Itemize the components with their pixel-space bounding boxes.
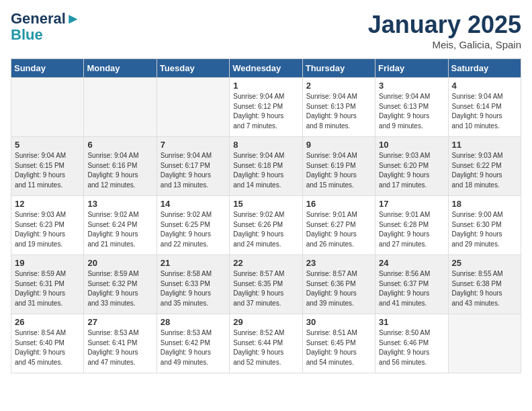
calendar-cell: 18Sunrise: 9:00 AM Sunset: 6:30 PM Dayli… [448,196,521,255]
day-info: Sunrise: 9:04 AM Sunset: 6:14 PM Dayligh… [452,92,517,131]
calendar-cell: 4Sunrise: 9:04 AM Sunset: 6:14 PM Daylig… [448,78,521,137]
day-info: Sunrise: 9:04 AM Sunset: 6:13 PM Dayligh… [306,92,371,131]
day-number: 24 [379,258,444,268]
day-info: Sunrise: 9:02 AM Sunset: 6:26 PM Dayligh… [233,210,298,249]
day-info: Sunrise: 8:57 AM Sunset: 6:35 PM Dayligh… [233,269,298,308]
month-title: January 2025 [368,11,521,39]
day-info: Sunrise: 9:03 AM Sunset: 6:23 PM Dayligh… [15,210,80,249]
day-number: 5 [15,140,80,150]
day-number: 11 [452,140,517,150]
day-number: 28 [161,317,226,327]
day-info: Sunrise: 8:58 AM Sunset: 6:33 PM Dayligh… [161,269,226,308]
day-info: Sunrise: 8:53 AM Sunset: 6:42 PM Dayligh… [161,328,226,367]
day-number: 15 [233,199,298,209]
day-of-week-header: Wednesday [230,59,302,78]
day-info: Sunrise: 8:53 AM Sunset: 6:41 PM Dayligh… [87,328,152,367]
calendar-cell [157,78,229,137]
day-info: Sunrise: 9:00 AM Sunset: 6:30 PM Dayligh… [452,210,517,249]
day-info: Sunrise: 8:59 AM Sunset: 6:31 PM Dayligh… [15,269,80,308]
calendar-cell: 14Sunrise: 9:02 AM Sunset: 6:25 PM Dayli… [157,196,229,255]
calendar-cell: 31Sunrise: 8:50 AM Sunset: 6:46 PM Dayli… [375,314,448,373]
calendar-cell: 20Sunrise: 8:59 AM Sunset: 6:32 PM Dayli… [84,255,157,314]
day-info: Sunrise: 9:03 AM Sunset: 6:22 PM Dayligh… [452,151,517,190]
calendar-week-row: 1Sunrise: 9:04 AM Sunset: 6:12 PM Daylig… [11,78,521,137]
location: Meis, Galicia, Spain [368,39,521,50]
day-info: Sunrise: 9:04 AM Sunset: 6:12 PM Dayligh… [233,92,298,131]
day-info: Sunrise: 9:04 AM Sunset: 6:16 PM Dayligh… [87,151,152,190]
day-number: 17 [379,199,444,209]
day-info: Sunrise: 9:02 AM Sunset: 6:24 PM Dayligh… [87,210,152,249]
calendar-cell: 27Sunrise: 8:53 AM Sunset: 6:41 PM Dayli… [84,314,157,373]
calendar-cell [448,314,521,373]
day-number: 25 [452,258,517,268]
day-number: 7 [161,140,226,150]
day-info: Sunrise: 9:04 AM Sunset: 6:19 PM Dayligh… [306,151,371,190]
title-block: January 2025 Meis, Galicia, Spain [368,11,521,50]
day-number: 10 [379,140,444,150]
day-number: 12 [15,199,80,209]
day-number: 1 [233,81,298,91]
day-of-week-header: Sunday [11,59,84,78]
header-row: SundayMondayTuesdayWednesdayThursdayFrid… [11,59,521,78]
calendar-cell: 30Sunrise: 8:51 AM Sunset: 6:45 PM Dayli… [302,314,375,373]
day-info: Sunrise: 8:54 AM Sunset: 6:40 PM Dayligh… [15,328,80,367]
calendar-cell: 24Sunrise: 8:56 AM Sunset: 6:37 PM Dayli… [375,255,448,314]
calendar-cell: 10Sunrise: 9:03 AM Sunset: 6:20 PM Dayli… [375,137,448,196]
calendar-cell: 28Sunrise: 8:53 AM Sunset: 6:42 PM Dayli… [157,314,229,373]
day-number: 30 [306,317,371,327]
calendar-cell: 5Sunrise: 9:04 AM Sunset: 6:15 PM Daylig… [11,137,84,196]
day-info: Sunrise: 8:55 AM Sunset: 6:38 PM Dayligh… [452,269,517,308]
day-info: Sunrise: 9:01 AM Sunset: 6:28 PM Dayligh… [379,210,444,249]
day-number: 2 [306,81,371,91]
day-number: 23 [306,258,371,268]
day-info: Sunrise: 8:59 AM Sunset: 6:32 PM Dayligh… [87,269,152,308]
day-number: 31 [379,317,444,327]
day-info: Sunrise: 8:51 AM Sunset: 6:45 PM Dayligh… [306,328,371,367]
day-number: 20 [87,258,152,268]
calendar-week-row: 5Sunrise: 9:04 AM Sunset: 6:15 PM Daylig… [11,137,521,196]
day-info: Sunrise: 8:56 AM Sunset: 6:37 PM Dayligh… [379,269,444,308]
calendar-cell: 21Sunrise: 8:58 AM Sunset: 6:33 PM Dayli… [157,255,229,314]
day-of-week-header: Saturday [448,59,521,78]
calendar-cell: 15Sunrise: 9:02 AM Sunset: 6:26 PM Dayli… [230,196,302,255]
calendar-week-row: 19Sunrise: 8:59 AM Sunset: 6:31 PM Dayli… [11,255,521,314]
logo-text: General► [11,11,81,27]
logo: General► Blue [11,11,81,43]
calendar-week-row: 26Sunrise: 8:54 AM Sunset: 6:40 PM Dayli… [11,314,521,373]
calendar-cell: 2Sunrise: 9:04 AM Sunset: 6:13 PM Daylig… [302,78,375,137]
day-number: 4 [452,81,517,91]
calendar-cell: 1Sunrise: 9:04 AM Sunset: 6:12 PM Daylig… [230,78,302,137]
calendar-cell: 19Sunrise: 8:59 AM Sunset: 6:31 PM Dayli… [11,255,84,314]
day-of-week-header: Monday [84,59,157,78]
day-number: 19 [15,258,80,268]
day-info: Sunrise: 8:52 AM Sunset: 6:44 PM Dayligh… [233,328,298,367]
day-of-week-header: Tuesday [157,59,229,78]
day-number: 8 [233,140,298,150]
calendar-cell [84,78,157,137]
calendar-cell: 23Sunrise: 8:57 AM Sunset: 6:36 PM Dayli… [302,255,375,314]
logo-text-blue: Blue [11,27,81,43]
day-number: 3 [379,81,444,91]
day-number: 16 [306,199,371,209]
day-info: Sunrise: 9:04 AM Sunset: 6:13 PM Dayligh… [379,92,444,131]
day-info: Sunrise: 9:01 AM Sunset: 6:27 PM Dayligh… [306,210,371,249]
calendar-cell: 9Sunrise: 9:04 AM Sunset: 6:19 PM Daylig… [302,137,375,196]
calendar-cell: 25Sunrise: 8:55 AM Sunset: 6:38 PM Dayli… [448,255,521,314]
calendar-cell: 17Sunrise: 9:01 AM Sunset: 6:28 PM Dayli… [375,196,448,255]
page-header: General► Blue January 2025 Meis, Galicia… [11,11,521,50]
day-info: Sunrise: 9:04 AM Sunset: 6:17 PM Dayligh… [161,151,226,190]
day-number: 13 [87,199,152,209]
calendar-table: SundayMondayTuesdayWednesdayThursdayFrid… [11,58,521,373]
calendar-cell: 12Sunrise: 9:03 AM Sunset: 6:23 PM Dayli… [11,196,84,255]
day-of-week-header: Thursday [302,59,375,78]
day-of-week-header: Friday [375,59,448,78]
calendar-cell: 22Sunrise: 8:57 AM Sunset: 6:35 PM Dayli… [230,255,302,314]
day-number: 21 [161,258,226,268]
day-info: Sunrise: 8:57 AM Sunset: 6:36 PM Dayligh… [306,269,371,308]
day-number: 6 [87,140,152,150]
day-number: 18 [452,199,517,209]
day-number: 22 [233,258,298,268]
calendar-week-row: 12Sunrise: 9:03 AM Sunset: 6:23 PM Dayli… [11,196,521,255]
calendar-cell: 16Sunrise: 9:01 AM Sunset: 6:27 PM Dayli… [302,196,375,255]
calendar-cell: 29Sunrise: 8:52 AM Sunset: 6:44 PM Dayli… [230,314,302,373]
